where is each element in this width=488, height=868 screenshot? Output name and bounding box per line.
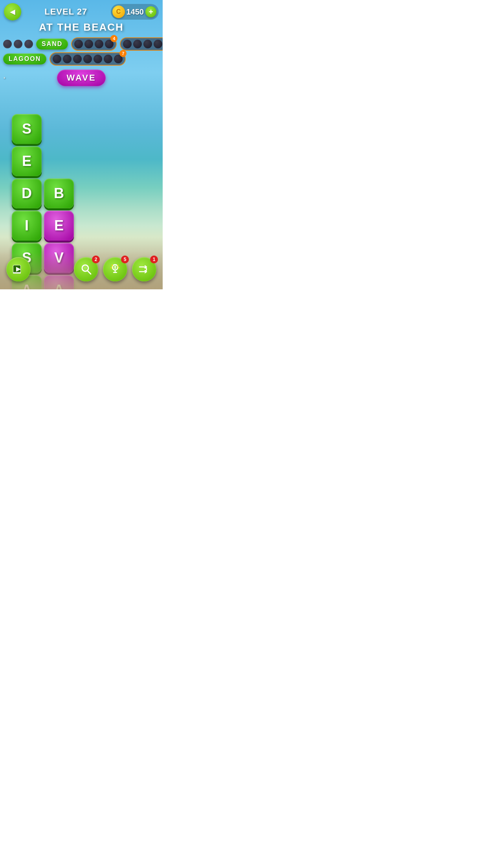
dot bbox=[3, 40, 12, 48]
tile-b-1-2[interactable]: B bbox=[44, 178, 74, 208]
current-word-pill: WAVE bbox=[57, 70, 105, 86]
svg-line-13 bbox=[111, 268, 112, 268]
pill-slots-7: 7 bbox=[50, 52, 126, 66]
svg-line-12 bbox=[117, 265, 118, 266]
word-badge-lagoon: LAGOON bbox=[3, 53, 46, 64]
scene-title: AT THE BEACH bbox=[4, 21, 159, 33]
pill-dot bbox=[123, 40, 132, 48]
word-slots: SAND 4 5 LAGOON 7 bbox=[0, 37, 163, 66]
tile-i-0-3[interactable]: I bbox=[12, 211, 42, 241]
tile-s-0-0[interactable]: S bbox=[12, 114, 42, 144]
back-button[interactable] bbox=[4, 3, 21, 20]
top-bar: LEVEL 27 C 1450 + bbox=[4, 3, 159, 20]
search-badge: 2 bbox=[92, 256, 100, 263]
coin-count: 1450 bbox=[127, 7, 144, 17]
hint-badge: 5 bbox=[121, 256, 129, 263]
word-badge-sand: SAND bbox=[36, 39, 68, 50]
badge-7: 7 bbox=[119, 50, 127, 57]
tile-e-1-3[interactable]: E bbox=[44, 211, 74, 241]
coin-display: C 1450 + bbox=[111, 4, 159, 20]
pill-dot bbox=[74, 40, 83, 48]
svg-line-11 bbox=[112, 265, 113, 266]
coin-icon: C bbox=[112, 6, 125, 18]
pill-dot bbox=[63, 55, 72, 63]
pill-dot bbox=[143, 40, 152, 48]
badge-4: 4 bbox=[110, 35, 117, 42]
shuffle-badge: 1 bbox=[150, 256, 158, 263]
header: LEVEL 27 C 1450 + AT THE BEACH bbox=[0, 0, 163, 37]
tile-d-0-2[interactable]: D bbox=[12, 178, 42, 208]
pill-dot bbox=[53, 55, 61, 63]
pill-dot bbox=[84, 40, 93, 48]
word-row-2: LAGOON 7 bbox=[3, 52, 160, 66]
video-button[interactable] bbox=[6, 257, 31, 281]
add-coin-button[interactable]: + bbox=[145, 6, 156, 17]
pill-dot bbox=[73, 55, 82, 63]
current-word-display: WAVE bbox=[0, 70, 163, 86]
hint-button[interactable]: 5 bbox=[103, 257, 127, 281]
tile-e-0-1[interactable]: E bbox=[12, 146, 42, 176]
pill-dot bbox=[83, 55, 92, 63]
level-title: LEVEL 27 bbox=[44, 7, 87, 17]
bottom-right-buttons: 2 5 1 bbox=[74, 257, 156, 281]
svg-point-6 bbox=[83, 266, 87, 270]
pill-slots-4: 4 bbox=[71, 37, 117, 51]
dot bbox=[14, 40, 22, 48]
svg-line-14 bbox=[118, 268, 119, 268]
dots-group-1 bbox=[3, 40, 33, 48]
shuffle-button[interactable]: 1 bbox=[132, 257, 156, 281]
pill-dot bbox=[104, 55, 112, 63]
svg-rect-3 bbox=[13, 272, 21, 274]
pill-dot bbox=[95, 40, 103, 48]
dot bbox=[24, 40, 33, 48]
svg-line-5 bbox=[88, 271, 91, 274]
word-row-1: SAND 4 5 bbox=[3, 37, 160, 51]
pill-dot bbox=[94, 55, 102, 63]
pill-slots-5: 5 bbox=[120, 37, 163, 51]
pill-dot bbox=[154, 40, 162, 48]
bottom-bar: 2 5 1 bbox=[0, 252, 163, 289]
pill-dot bbox=[133, 40, 142, 48]
search-button[interactable]: 2 bbox=[74, 257, 98, 281]
